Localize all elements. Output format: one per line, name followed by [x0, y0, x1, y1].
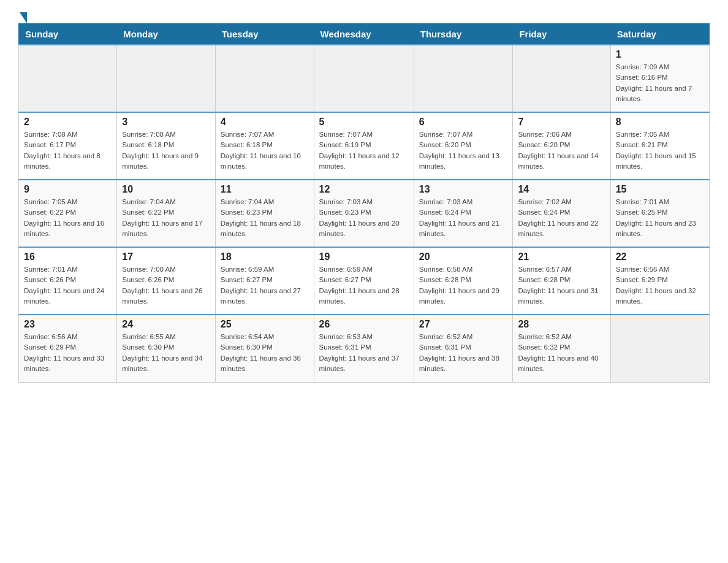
day-number: 20 — [419, 251, 508, 262]
day-info: Sunrise: 6:53 AMSunset: 6:31 PMDaylight:… — [319, 332, 409, 374]
day-info: Sunrise: 7:09 AMSunset: 6:16 PMDaylight:… — [616, 62, 704, 104]
day-number: 13 — [419, 184, 508, 195]
logo — [18, 12, 27, 17]
logo-general-text — [18, 12, 27, 22]
day-info: Sunrise: 7:01 AMSunset: 6:25 PMDaylight:… — [616, 197, 704, 239]
col-wednesday: Wednesday — [314, 24, 414, 45]
day-info: Sunrise: 7:06 AMSunset: 6:20 PMDaylight:… — [518, 129, 605, 172]
day-info: Sunrise: 7:04 AMSunset: 6:22 PMDaylight:… — [122, 197, 210, 239]
day-number: 1 — [616, 49, 704, 60]
day-number: 11 — [221, 184, 309, 195]
table-row: 21Sunrise: 6:57 AMSunset: 6:28 PMDayligh… — [513, 247, 610, 315]
day-info: Sunrise: 6:59 AMSunset: 6:27 PMDaylight:… — [319, 264, 409, 307]
day-number: 6 — [419, 117, 508, 128]
day-number: 25 — [221, 319, 309, 330]
table-row — [513, 45, 610, 112]
day-number: 19 — [319, 251, 409, 262]
day-number: 22 — [616, 251, 704, 262]
table-row — [314, 45, 414, 112]
table-row: 28Sunrise: 6:52 AMSunset: 6:32 PMDayligh… — [513, 315, 610, 382]
table-row: 9Sunrise: 7:05 AMSunset: 6:22 PMDaylight… — [19, 180, 117, 247]
day-number: 12 — [319, 184, 409, 195]
day-info: Sunrise: 7:03 AMSunset: 6:23 PMDaylight:… — [319, 197, 409, 239]
table-row: 5Sunrise: 7:07 AMSunset: 6:19 PMDaylight… — [314, 112, 414, 180]
day-number: 21 — [518, 251, 605, 262]
day-info: Sunrise: 6:54 AMSunset: 6:30 PMDaylight:… — [221, 332, 309, 374]
calendar-table: Sunday Monday Tuesday Wednesday Thursday… — [18, 23, 710, 383]
day-number: 9 — [24, 184, 112, 195]
table-row: 4Sunrise: 7:07 AMSunset: 6:18 PMDaylight… — [215, 112, 314, 180]
table-row: 13Sunrise: 7:03 AMSunset: 6:24 PMDayligh… — [414, 180, 513, 247]
table-row: 6Sunrise: 7:07 AMSunset: 6:20 PMDaylight… — [414, 112, 513, 180]
day-number: 3 — [122, 117, 210, 128]
table-row: 25Sunrise: 6:54 AMSunset: 6:30 PMDayligh… — [215, 315, 314, 382]
day-number: 23 — [24, 319, 112, 330]
day-info: Sunrise: 7:08 AMSunset: 6:17 PMDaylight:… — [24, 129, 112, 172]
table-row: 15Sunrise: 7:01 AMSunset: 6:25 PMDayligh… — [610, 180, 709, 247]
day-info: Sunrise: 6:57 AMSunset: 6:28 PMDaylight:… — [518, 264, 605, 307]
table-row: 1Sunrise: 7:09 AMSunset: 6:16 PMDaylight… — [610, 45, 709, 112]
day-number: 14 — [518, 184, 605, 195]
day-number: 27 — [419, 319, 508, 330]
day-number: 4 — [221, 117, 309, 128]
day-info: Sunrise: 7:07 AMSunset: 6:18 PMDaylight:… — [221, 129, 309, 172]
day-info: Sunrise: 7:05 AMSunset: 6:22 PMDaylight:… — [24, 197, 112, 239]
col-saturday: Saturday — [610, 24, 709, 45]
page-header — [18, 12, 710, 17]
day-info: Sunrise: 7:00 AMSunset: 6:26 PMDaylight:… — [122, 264, 210, 307]
table-row: 14Sunrise: 7:02 AMSunset: 6:24 PMDayligh… — [513, 180, 610, 247]
day-number: 2 — [24, 117, 112, 128]
table-row: 22Sunrise: 6:56 AMSunset: 6:29 PMDayligh… — [610, 247, 709, 315]
day-info: Sunrise: 7:01 AMSunset: 6:26 PMDaylight:… — [24, 264, 112, 307]
calendar-week-row: 1Sunrise: 7:09 AMSunset: 6:16 PMDaylight… — [19, 45, 710, 112]
table-row — [117, 45, 216, 112]
col-thursday: Thursday — [414, 24, 513, 45]
calendar-week-row: 16Sunrise: 7:01 AMSunset: 6:26 PMDayligh… — [19, 247, 710, 315]
day-info: Sunrise: 7:08 AMSunset: 6:18 PMDaylight:… — [122, 129, 210, 172]
calendar-week-row: 23Sunrise: 6:56 AMSunset: 6:29 PMDayligh… — [19, 315, 710, 382]
day-number: 26 — [319, 319, 409, 330]
day-number: 8 — [616, 117, 704, 128]
table-row: 12Sunrise: 7:03 AMSunset: 6:23 PMDayligh… — [314, 180, 414, 247]
day-info: Sunrise: 6:55 AMSunset: 6:30 PMDaylight:… — [122, 332, 210, 374]
table-row: 20Sunrise: 6:58 AMSunset: 6:28 PMDayligh… — [414, 247, 513, 315]
day-number: 18 — [221, 251, 309, 262]
calendar-header-row: Sunday Monday Tuesday Wednesday Thursday… — [19, 24, 710, 45]
day-number: 17 — [122, 251, 210, 262]
table-row — [414, 45, 513, 112]
table-row: 10Sunrise: 7:04 AMSunset: 6:22 PMDayligh… — [117, 180, 216, 247]
day-info: Sunrise: 7:07 AMSunset: 6:19 PMDaylight:… — [319, 129, 409, 172]
table-row: 2Sunrise: 7:08 AMSunset: 6:17 PMDaylight… — [19, 112, 117, 180]
day-info: Sunrise: 7:05 AMSunset: 6:21 PMDaylight:… — [616, 129, 704, 172]
table-row: 3Sunrise: 7:08 AMSunset: 6:18 PMDaylight… — [117, 112, 216, 180]
table-row: 8Sunrise: 7:05 AMSunset: 6:21 PMDaylight… — [610, 112, 709, 180]
day-number: 28 — [518, 319, 605, 330]
col-tuesday: Tuesday — [215, 24, 314, 45]
day-info: Sunrise: 6:56 AMSunset: 6:29 PMDaylight:… — [616, 264, 704, 307]
logo-arrow-icon — [20, 12, 27, 23]
day-info: Sunrise: 7:07 AMSunset: 6:20 PMDaylight:… — [419, 129, 508, 172]
table-row — [215, 45, 314, 112]
table-row — [19, 45, 117, 112]
table-row: 18Sunrise: 6:59 AMSunset: 6:27 PMDayligh… — [215, 247, 314, 315]
table-row: 26Sunrise: 6:53 AMSunset: 6:31 PMDayligh… — [314, 315, 414, 382]
day-number: 15 — [616, 184, 704, 195]
table-row: 16Sunrise: 7:01 AMSunset: 6:26 PMDayligh… — [19, 247, 117, 315]
day-info: Sunrise: 7:04 AMSunset: 6:23 PMDaylight:… — [221, 197, 309, 239]
day-number: 16 — [24, 251, 112, 262]
day-info: Sunrise: 7:02 AMSunset: 6:24 PMDaylight:… — [518, 197, 605, 239]
day-info: Sunrise: 6:52 AMSunset: 6:31 PMDaylight:… — [419, 332, 508, 374]
day-number: 5 — [319, 117, 409, 128]
calendar-week-row: 2Sunrise: 7:08 AMSunset: 6:17 PMDaylight… — [19, 112, 710, 180]
col-friday: Friday — [513, 24, 610, 45]
table-row: 27Sunrise: 6:52 AMSunset: 6:31 PMDayligh… — [414, 315, 513, 382]
day-number: 24 — [122, 319, 210, 330]
day-number: 7 — [518, 117, 605, 128]
day-info: Sunrise: 6:56 AMSunset: 6:29 PMDaylight:… — [24, 332, 112, 374]
table-row: 24Sunrise: 6:55 AMSunset: 6:30 PMDayligh… — [117, 315, 216, 382]
table-row: 19Sunrise: 6:59 AMSunset: 6:27 PMDayligh… — [314, 247, 414, 315]
day-info: Sunrise: 7:03 AMSunset: 6:24 PMDaylight:… — [419, 197, 508, 239]
table-row: 23Sunrise: 6:56 AMSunset: 6:29 PMDayligh… — [19, 315, 117, 382]
table-row: 11Sunrise: 7:04 AMSunset: 6:23 PMDayligh… — [215, 180, 314, 247]
col-sunday: Sunday — [19, 24, 117, 45]
